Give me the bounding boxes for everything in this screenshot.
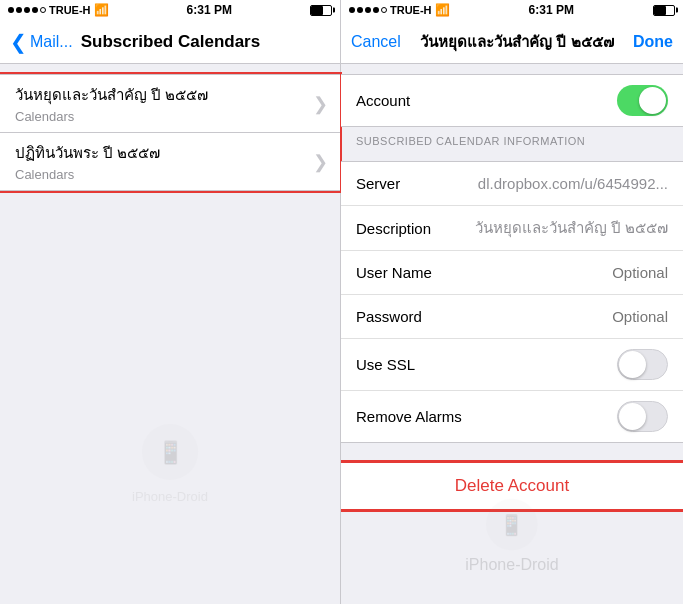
right-watermark-text: iPhone-Droid xyxy=(465,556,558,574)
remove-alarms-toggle-knob xyxy=(619,403,646,430)
username-input[interactable] xyxy=(436,264,668,281)
password-label: Password xyxy=(356,308,436,325)
remove-alarms-toggle[interactable] xyxy=(617,401,668,432)
list-item-subtitle-1: Calendars xyxy=(15,167,313,182)
back-button[interactable]: ❮ Mail... xyxy=(10,32,73,52)
toggle-knob xyxy=(639,87,666,114)
list-item[interactable]: วันหยุดและวันสำคัญ ปี ๒๕๕๗ Calendars ❯ xyxy=(0,75,340,133)
section-header: SUBSCRIBED CALENDAR INFORMATION xyxy=(341,127,683,151)
cancel-button[interactable]: Cancel xyxy=(351,33,401,51)
list-item[interactable]: ปฏิทินวันพระ ปี ๒๕๕๗ Calendars ❯ xyxy=(0,133,340,190)
right-content: Account SUBSCRIBED CALENDAR INFORMATION … xyxy=(341,64,683,604)
left-nav-bar: ❮ Mail... Subscribed Calendars xyxy=(0,20,340,64)
right-battery-icon xyxy=(653,5,675,16)
left-nav-title: Subscribed Calendars xyxy=(81,32,261,52)
server-row: Server dl.dropbox.com/u/6454992... xyxy=(341,162,683,206)
right-carrier-label: TRUE-H xyxy=(390,4,432,16)
ssl-label: Use SSL xyxy=(356,356,436,373)
username-label: User Name xyxy=(356,264,436,281)
left-status-right xyxy=(310,5,332,16)
ssl-toggle[interactable] xyxy=(617,349,668,380)
list-item-content-1: ปฏิทินวันพระ ปี ๒๕๕๗ Calendars xyxy=(15,141,313,182)
signal-icon xyxy=(8,7,46,13)
right-time: 6:31 PM xyxy=(529,3,574,17)
svg-text:📱: 📱 xyxy=(157,439,185,466)
done-button[interactable]: Done xyxy=(633,33,673,51)
right-wifi-icon: 📶 xyxy=(435,3,450,17)
right-status-bar: TRUE-H 📶 6:31 PM xyxy=(341,0,683,20)
delete-account-label: Delete Account xyxy=(455,476,569,496)
back-chevron-icon: ❮ xyxy=(10,32,27,52)
left-time: 6:31 PM xyxy=(187,3,232,17)
list-item-title-0: วันหยุดและวันสำคัญ ปี ๒๕๕๗ xyxy=(15,83,313,107)
left-status-carrier: TRUE-H 📶 xyxy=(8,3,109,17)
account-section: Account xyxy=(341,74,683,127)
right-signal-icon xyxy=(349,7,387,13)
left-watermark-text: iPhone-Droid xyxy=(132,489,208,504)
account-toggle[interactable] xyxy=(617,85,668,116)
back-label: Mail... xyxy=(30,33,73,51)
delete-section: Delete Account xyxy=(341,461,683,511)
account-row: Account xyxy=(341,75,683,126)
description-value: วันหยุดและวันสำคัญ ปี ๒๕๕๗ xyxy=(446,216,668,240)
remove-alarms-label: Remove Alarms xyxy=(356,408,462,425)
password-row: Password xyxy=(341,295,683,339)
battery-icon xyxy=(310,5,332,16)
list-item-content-0: วันหยุดและวันสำคัญ ปี ๒๕๕๗ Calendars xyxy=(15,83,313,124)
wifi-icon: 📶 xyxy=(94,3,109,17)
server-label: Server xyxy=(356,175,436,192)
chevron-right-icon: ❯ xyxy=(313,151,328,173)
calendar-list: วันหยุดและวันสำคัญ ปี ๒๕๕๗ Calendars ❯ ป… xyxy=(0,74,340,191)
left-watermark: 📱 iPhone-Droid xyxy=(132,422,208,504)
right-nav-bar: Cancel วันหยุดและวันสำคัญ ปี ๒๕๕๗ Done xyxy=(341,20,683,64)
info-section: Server dl.dropbox.com/u/6454992... Descr… xyxy=(341,161,683,443)
list-item-subtitle-0: Calendars xyxy=(15,109,313,124)
left-panel: TRUE-H 📶 6:31 PM ❮ Mail... Subscribed Ca… xyxy=(0,0,341,604)
right-status-carrier: TRUE-H 📶 xyxy=(349,3,450,17)
remove-alarms-row: Remove Alarms xyxy=(341,391,683,442)
description-row: Description วันหยุดและวันสำคัญ ปี ๒๕๕๗ xyxy=(341,206,683,251)
right-battery xyxy=(653,5,675,16)
right-panel: TRUE-H 📶 6:31 PM Cancel วันหยุดและวันสำค… xyxy=(341,0,683,604)
svg-text:📱: 📱 xyxy=(499,513,525,537)
description-label: Description xyxy=(356,220,436,237)
account-label: Account xyxy=(356,92,436,109)
delete-account-button[interactable]: Delete Account xyxy=(341,463,683,509)
ssl-toggle-knob xyxy=(619,351,646,378)
list-item-title-1: ปฏิทินวันพระ ปี ๒๕๕๗ xyxy=(15,141,313,165)
username-row: User Name xyxy=(341,251,683,295)
left-status-bar: TRUE-H 📶 6:31 PM xyxy=(0,0,340,20)
chevron-right-icon: ❯ xyxy=(313,93,328,115)
password-input[interactable] xyxy=(436,308,668,325)
ssl-row: Use SSL xyxy=(341,339,683,391)
right-nav-title: วันหยุดและวันสำคัญ ปี ๒๕๕๗ xyxy=(409,30,625,54)
left-carrier-label: TRUE-H xyxy=(49,4,91,16)
server-value: dl.dropbox.com/u/6454992... xyxy=(446,175,668,192)
